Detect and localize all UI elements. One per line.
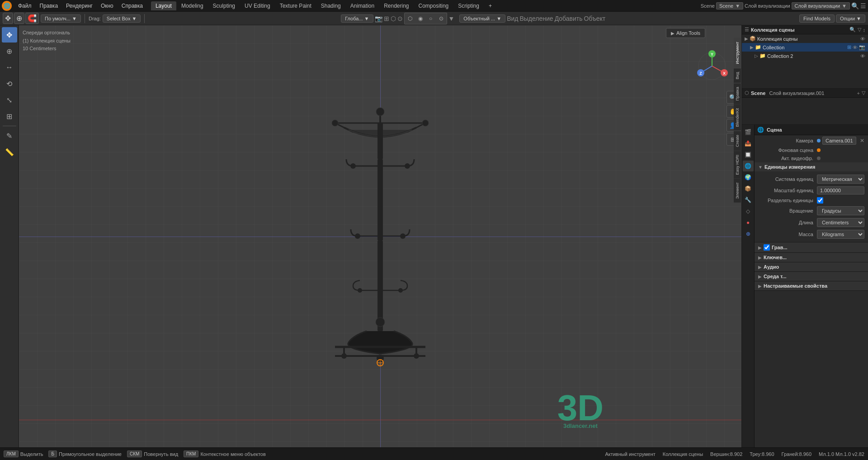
menu-render[interactable]: Рендеринг <box>62 2 96 10</box>
unit-system-value[interactable]: Метрическая <box>817 175 864 184</box>
mass-value[interactable]: Kilograms <box>817 230 864 239</box>
props-render-icon[interactable]: 🎬 <box>743 127 754 138</box>
props-data-icon[interactable]: ◇ <box>743 206 754 217</box>
tool-annotate[interactable]: ✎ <box>2 128 17 143</box>
layer-selector[interactable]: Слой визуализации ▼ <box>792 2 850 9</box>
n-tab-element[interactable]: Элемент <box>734 179 741 203</box>
collection2-item[interactable]: ▷ 📁 Collection 2 👁 <box>742 52 868 60</box>
scene-collection-item[interactable]: ▶ 📦 Коллекция сцены 👁 <box>742 34 868 43</box>
rl-add-btn[interactable]: + <box>857 90 860 96</box>
outliner-filter-btn[interactable]: ▽ <box>858 27 861 33</box>
tab-texture-paint[interactable]: Texture Paint <box>275 1 316 10</box>
camera-input[interactable]: Camera.001 <box>822 137 856 145</box>
menu-window[interactable]: Окно <box>97 2 117 10</box>
options-btn[interactable]: Опции ▼ <box>836 14 865 23</box>
tool-cursor[interactable]: ⊕ <box>2 43 17 59</box>
menu-edit[interactable]: Правка <box>36 2 62 10</box>
gizmo-icon[interactable]: ⊙ <box>397 15 403 22</box>
camera-lock-icon[interactable]: 📷 <box>375 15 382 22</box>
props-output-icon[interactable]: 📤 <box>743 138 754 149</box>
environment-header[interactable]: ▶ Среда т... <box>755 272 868 281</box>
transform-btn[interactable]: ✥ <box>3 13 13 24</box>
overlay-icon[interactable]: ⬡ <box>391 15 396 22</box>
menu-help[interactable]: Справка <box>118 2 146 10</box>
shading-rendered[interactable]: ⊙ <box>436 14 446 24</box>
view-menu-btn[interactable]: Вид <box>507 15 518 22</box>
snap-btn[interactable]: 🧲 <box>25 13 39 24</box>
filter-icon[interactable]: ☰ <box>860 2 866 9</box>
length-value[interactable]: Centimeters <box>817 218 864 227</box>
tool-scale[interactable]: ⤡ <box>2 92 17 108</box>
units-section-header[interactable]: ▼ Единицы измерения <box>755 162 868 171</box>
tool-rotate[interactable]: ⟲ <box>2 76 17 91</box>
tab-animation[interactable]: Animation <box>346 1 379 10</box>
tool-measure[interactable]: 📏 <box>2 144 17 160</box>
audio-header[interactable]: ▶ Аудио <box>755 262 868 271</box>
tab-rendering[interactable]: Rendering <box>379 1 413 10</box>
collection-camera[interactable]: 📷 <box>859 44 865 50</box>
gravity-header[interactable]: ▶ Грав... <box>755 242 868 252</box>
object-menu-btn[interactable]: Объект <box>584 15 606 22</box>
separate-units-checkbox[interactable] <box>817 197 823 204</box>
camera-clear-btn[interactable]: ✕ <box>860 138 864 144</box>
props-scene-icon[interactable]: 🌐 <box>743 161 754 171</box>
outliner-sync-btn[interactable]: ↕ <box>863 27 866 33</box>
n-tab-hdri[interactable]: Easy HDRI <box>734 151 741 179</box>
props-material-icon[interactable]: ● <box>743 217 754 228</box>
tab-uv-editing[interactable]: UV Editing <box>240 1 275 10</box>
search-icon[interactable]: 🔍 <box>851 2 859 9</box>
collection-eye[interactable]: 👁 <box>853 45 858 50</box>
tool-move[interactable]: ↔ <box>2 60 17 75</box>
scene-selector[interactable]: Scene ▼ <box>716 2 743 9</box>
props-physics-icon[interactable]: ⊕ <box>743 228 754 239</box>
shading-material[interactable]: ○ <box>426 14 436 24</box>
rotation-select[interactable]: Градусы <box>817 206 864 215</box>
n-tab-instrument[interactable]: Инструмент <box>734 38 741 68</box>
orientation-dropdown[interactable]: По умолч... ▼ <box>41 14 81 23</box>
tab-layout[interactable]: Layout <box>151 1 176 10</box>
n-tab-create[interactable]: Create <box>734 131 741 151</box>
mass-select[interactable]: Kilograms <box>817 230 864 239</box>
rl-scene-btn[interactable]: Scene <box>751 90 765 96</box>
props-world-icon[interactable]: 🌍 <box>743 172 754 183</box>
tab-shading[interactable]: Shading <box>316 1 345 10</box>
rl-layer-btn[interactable]: Слой визуализации.001 <box>769 90 824 96</box>
select-box-btn[interactable]: Select Box ▼ <box>103 14 141 23</box>
unit-scale-input[interactable]: 1.000000 <box>817 186 864 194</box>
props-modifier-icon[interactable]: 🔧 <box>743 194 754 205</box>
rl-filter-btn[interactable]: ▽ <box>862 90 865 96</box>
select-menu-btn[interactable]: Выделение <box>519 15 553 22</box>
nav-gizmo[interactable]: Y X Z <box>696 50 728 82</box>
collection2-eye[interactable]: 👁 <box>860 53 865 59</box>
n-tab-blenderkit[interactable]: BlenderKit <box>734 104 741 131</box>
view-dropdown[interactable]: Глоба... ▼ <box>341 14 373 23</box>
object-mode-dropdown[interactable]: Объектный ... ▼ <box>459 14 505 23</box>
add-menu-btn[interactable]: Добавить <box>555 15 583 22</box>
orient-btn[interactable]: ⊕ <box>14 13 24 24</box>
keyframes-header[interactable]: ▶ Ключев... <box>755 253 868 262</box>
menu-file[interactable]: Файл <box>14 2 35 10</box>
tab-add[interactable]: + <box>484 1 496 10</box>
rotation-value[interactable]: Градусы <box>817 206 864 215</box>
tool-transform[interactable]: ⊞ <box>2 109 17 124</box>
scene-collection-eye[interactable]: 👁 <box>860 36 865 42</box>
shading-wireframe[interactable]: ⬡ <box>405 14 415 24</box>
find-models-btn[interactable]: Find Models <box>799 14 835 23</box>
custom-props-header[interactable]: ▶ Настраиваемые свойства <box>755 281 868 290</box>
outliner-search-btn[interactable]: 🔍 <box>849 27 856 33</box>
props-viewlayer-icon[interactable]: 🔲 <box>743 149 754 160</box>
collection-exclude-icon[interactable]: ⊞ <box>847 44 851 50</box>
tab-compositing[interactable]: Compositing <box>414 1 453 10</box>
tool-select[interactable]: ✥ <box>2 27 17 43</box>
tab-scripting[interactable]: Scripting <box>453 1 484 10</box>
unit-system-select[interactable]: Метрическая <box>817 175 864 184</box>
collection-item[interactable]: ▶ 📁 Collection ⊞ 👁 📷 <box>742 43 868 52</box>
viewport-3d[interactable]: Спереди ортогональ (1) Коллекция сцены 1… <box>19 25 741 447</box>
props-object-icon[interactable]: 📦 <box>743 183 754 194</box>
viewport-shading-opts[interactable]: ▼ <box>448 15 455 22</box>
tab-sculpting[interactable]: Sculpting <box>208 1 240 10</box>
length-select[interactable]: Centimeters <box>817 218 864 227</box>
shading-solid[interactable]: ◉ <box>415 14 425 24</box>
gravity-checkbox[interactable] <box>764 244 770 251</box>
n-tab-edit[interactable]: Правка <box>734 83 741 104</box>
